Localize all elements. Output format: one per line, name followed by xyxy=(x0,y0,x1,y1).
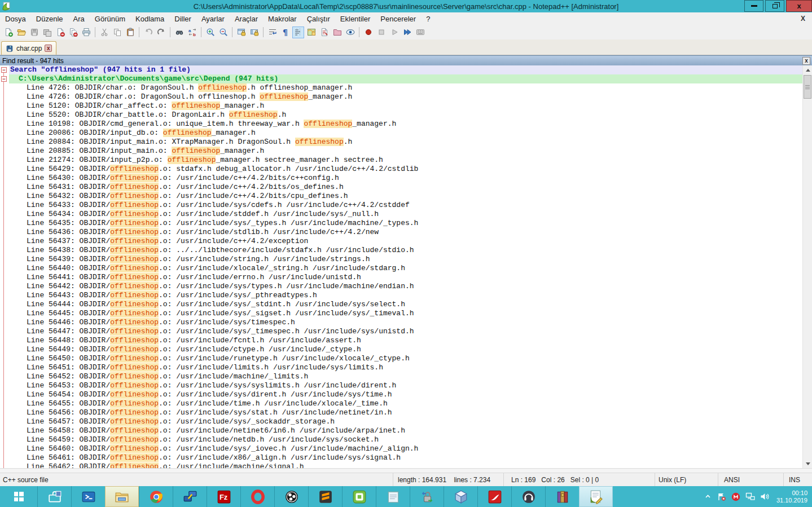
tray-chevron-up-icon[interactable] xyxy=(704,493,712,500)
show-all-characters-icon[interactable]: ¶ xyxy=(279,27,291,38)
horizontal-scrollbar[interactable] xyxy=(0,468,812,473)
sync-vertical-scroll-icon[interactable] xyxy=(235,27,247,38)
taskbar-item-virtualbox[interactable] xyxy=(444,486,477,507)
result-row[interactable]: Line 56439: OBJDIR/offlineshop.o: /usr/i… xyxy=(9,255,802,264)
result-row[interactable]: Line 56445: OBJDIR/offlineshop.o: /usr/i… xyxy=(9,309,802,318)
result-row[interactable]: Line 56443: OBJDIR/offlineshop.o: /usr/i… xyxy=(9,291,802,300)
result-row[interactable]: Line 56460: OBJDIR/offlineshop.o: /usr/i… xyxy=(9,444,802,453)
result-row[interactable]: Line 56430: OBJDIR/offlineshop.o: /usr/i… xyxy=(9,174,802,183)
result-row[interactable]: Line 56452: OBJDIR/offlineshop.o: /usr/i… xyxy=(9,372,802,381)
result-row[interactable]: Line 20885: OBJDIR/input_main.o: offline… xyxy=(9,147,802,156)
file-header-row[interactable]: C:\Users\Administrator\Documents\game\sr… xyxy=(9,74,802,83)
result-row[interactable]: Line 56436: OBJDIR/offlineshop.o: /usr/i… xyxy=(9,228,802,237)
indent-guide-icon[interactable] xyxy=(292,27,304,38)
action-center-flag-icon[interactable] xyxy=(717,492,726,501)
find-icon[interactable] xyxy=(173,27,185,38)
tab-char-cpp[interactable]: char.cpp x xyxy=(1,41,56,55)
result-row[interactable]: Line 56457: OBJDIR/offlineshop.o: /usr/i… xyxy=(9,417,802,426)
taskbar-item-file-explorer[interactable] xyxy=(105,486,139,507)
result-row[interactable]: Line 20884: OBJDIR/input_main.o: XTrapMa… xyxy=(9,138,802,147)
result-row[interactable]: Line 56453: OBJDIR/offlineshop.o: /usr/i… xyxy=(9,381,802,390)
result-row[interactable]: Line 56451: OBJDIR/offlineshop.o: /usr/i… xyxy=(9,363,802,372)
result-row[interactable]: Line 56435: OBJDIR/offlineshop.o: /usr/i… xyxy=(9,219,802,228)
start-button[interactable] xyxy=(0,486,37,507)
tab-close-icon[interactable]: x xyxy=(45,45,52,52)
result-row[interactable]: Line 56442: OBJDIR/offlineshop.o: /usr/i… xyxy=(9,282,802,291)
result-row[interactable]: Line 56461: OBJDIR/offlineshop.o: /usr/i… xyxy=(9,453,802,462)
taskbar-item-powershell[interactable] xyxy=(71,486,105,507)
result-row[interactable]: Line 56441: OBJDIR/offlineshop.o: /usr/i… xyxy=(9,273,802,282)
copy-icon[interactable] xyxy=(111,27,123,38)
result-row[interactable]: Line 21274: OBJDIR/input_p2p.o: offlines… xyxy=(9,156,802,165)
taskbar-item-opera[interactable] xyxy=(240,486,274,507)
result-row[interactable]: Line 56447: OBJDIR/offlineshop.o: /usr/i… xyxy=(9,327,802,336)
folder-as-workspace-icon[interactable] xyxy=(331,27,343,38)
menu-ara-lar[interactable]: Araçlar xyxy=(230,14,263,24)
save-all-icon[interactable] xyxy=(41,27,53,38)
result-row[interactable]: Line 56455: OBJDIR/offlineshop.o: /usr/i… xyxy=(9,399,802,408)
scroll-up-icon[interactable] xyxy=(803,65,812,74)
menu-diller[interactable]: Diller xyxy=(169,14,196,24)
volume-icon[interactable] xyxy=(760,492,770,501)
save-macro-icon[interactable] xyxy=(414,27,426,38)
panel-close-icon[interactable]: x xyxy=(802,57,810,65)
zoom-in-icon[interactable] xyxy=(204,27,216,38)
run-macro-multiple-icon[interactable] xyxy=(401,27,413,38)
menu-dosya[interactable]: Dosya xyxy=(0,14,31,24)
taskbar-item-winrar[interactable] xyxy=(545,486,579,507)
clock[interactable]: 00:10 31.10.2019 xyxy=(776,490,807,504)
close-button[interactable]: x xyxy=(786,0,812,12)
undo-icon[interactable] xyxy=(142,27,154,38)
result-row[interactable]: Line 4726: OBJDIR/char.o: DragonSoul.h o… xyxy=(9,92,802,102)
result-row[interactable]: Line 56438: OBJDIR/offlineshop.o: ../../… xyxy=(9,246,802,255)
taskbar-item-server-manager[interactable] xyxy=(37,486,71,507)
result-row[interactable]: Line 5520: OBJDIR/char_battle.o: DragonL… xyxy=(9,111,802,120)
function-list-icon[interactable] xyxy=(318,27,330,38)
view-monitoring-icon[interactable] xyxy=(344,27,356,38)
close-all-icon[interactable] xyxy=(67,27,79,38)
taskbar-item-sublime-text[interactable] xyxy=(308,486,342,507)
scrollbar-thumb[interactable] xyxy=(804,75,811,99)
scroll-down-icon[interactable] xyxy=(803,459,812,468)
result-row[interactable]: Line 20086: OBJDIR/input_db.o: offlinesh… xyxy=(9,129,802,138)
result-row[interactable]: Line 56446: OBJDIR/offlineshop.o: /usr/i… xyxy=(9,318,802,327)
minimize-button[interactable] xyxy=(744,0,763,12)
zoom-out-icon[interactable] xyxy=(217,27,229,38)
mega-tray-icon[interactable] xyxy=(731,492,740,501)
restore-button[interactable] xyxy=(765,0,784,12)
menu--al-t-r[interactable]: Çalıştır xyxy=(302,14,335,24)
result-row[interactable]: Line 56431: OBJDIR/offlineshop.o: /usr/i… xyxy=(9,183,802,192)
menu-makrolar[interactable]: Makrolar xyxy=(263,14,302,24)
vertical-scrollbar[interactable] xyxy=(802,65,812,468)
result-row[interactable]: Line 56454: OBJDIR/offlineshop.o: /usr/i… xyxy=(9,390,802,399)
redo-icon[interactable] xyxy=(155,27,167,38)
result-row[interactable]: Line 56434: OBJDIR/offlineshop.o: /usr/i… xyxy=(9,210,802,219)
record-macro-icon[interactable] xyxy=(362,27,374,38)
result-row[interactable]: Line 5120: OBJDIR/char_affect.o: offline… xyxy=(9,102,802,111)
fold-collapse-icon[interactable]: − xyxy=(1,67,7,73)
new-file-icon[interactable] xyxy=(2,27,14,38)
print-icon[interactable] xyxy=(80,27,92,38)
result-row[interactable]: Line 4726: OBJDIR/char.o: DragonSoul.h o… xyxy=(9,83,802,92)
play-macro-icon[interactable] xyxy=(388,27,400,38)
close-file-icon[interactable] xyxy=(54,27,66,38)
save-icon[interactable] xyxy=(28,27,40,38)
open-file-icon[interactable] xyxy=(15,27,27,38)
network-icon[interactable] xyxy=(745,492,755,501)
menubar-close-icon[interactable]: X xyxy=(794,15,812,23)
menu-kodlama[interactable]: Kodlama xyxy=(130,14,169,24)
taskbar-item-chrome[interactable] xyxy=(139,486,173,507)
result-row[interactable]: Line 56458: OBJDIR/offlineshop.o: /usr/i… xyxy=(9,426,802,435)
taskbar-item-winscp[interactable] xyxy=(410,486,444,507)
word-wrap-icon[interactable] xyxy=(266,27,278,38)
sync-horizontal-scroll-icon[interactable] xyxy=(248,27,260,38)
taskbar-item-notepad-plus-plus[interactable] xyxy=(579,486,613,507)
result-row[interactable]: Line 56450: OBJDIR/offlineshop.o: /usr/i… xyxy=(9,354,802,363)
result-row[interactable]: Line 10198: OBJDIR/cmd_general.o: unique… xyxy=(9,120,802,129)
search-header-row[interactable]: Search "offlineshop" (947 hits in 1 file… xyxy=(9,65,802,74)
taskbar-item-filezilla[interactable]: Fz xyxy=(207,486,240,507)
result-row[interactable]: Line 56432: OBJDIR/offlineshop.o: /usr/i… xyxy=(9,192,802,201)
document-map-icon[interactable] xyxy=(305,27,317,38)
taskbar-item-teamspeak[interactable] xyxy=(511,486,545,507)
replace-icon[interactable]: ab xyxy=(186,27,198,38)
